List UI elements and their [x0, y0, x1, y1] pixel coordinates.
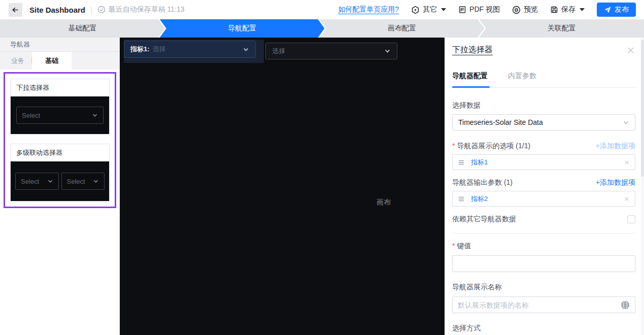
canvas-dropdown-secondary[interactable]: 选择 [265, 43, 397, 59]
depend-label: 依赖其它导航器数据 [452, 215, 516, 224]
navigator-sidebar: 导航器 业务 基础 下拉选择器 Select 多级联动选择器 [0, 38, 120, 335]
dashboard-canvas[interactable]: 指标1: 选择 选择 画布 [120, 38, 445, 335]
topbar-divider: | [90, 6, 92, 14]
widget-cascade-selector[interactable]: 多级联动选择器 Select Select [10, 144, 110, 202]
panel-tabs: 导航器配置 内置参数 [452, 72, 635, 81]
preview-label: 预览 [524, 5, 538, 14]
depend-checkbox[interactable] [627, 215, 635, 223]
step-bar: 基础配置 导航配置 画布配置 关联配置 [0, 19, 644, 38]
widget-preview: Select Select [11, 161, 109, 201]
chevron-down-icon [47, 178, 53, 184]
dropdown-placeholder: 选择 [153, 45, 166, 54]
data-source-select[interactable]: Timeseries-Solar Site Data [452, 114, 635, 130]
step-association-config[interactable]: 关联配置 [479, 19, 644, 38]
widget-title: 多级联动选择器 [11, 144, 109, 161]
chevron-down-icon [92, 112, 98, 118]
select-placeholder: Select [67, 178, 85, 185]
chevron-down-icon [384, 48, 391, 54]
check-circle-icon [97, 6, 106, 14]
highlighted-widget-group: 下拉选择器 Select 多级联动选择器 Select [4, 72, 116, 208]
select-data-label: 选择数据 [452, 101, 635, 110]
chevron-down-icon [623, 119, 629, 126]
key-value-label: *键值 [452, 242, 635, 251]
page-title: Site Dashboard [29, 6, 85, 14]
select-placeholder: Select [21, 178, 39, 185]
display-name-field [452, 296, 635, 313]
step-basic-config[interactable]: 基础配置 [0, 19, 165, 38]
more-label: 其它 [423, 5, 437, 14]
chevron-down-icon [441, 8, 446, 11]
data-source-value: Timeseries-Solar Site Data [458, 118, 543, 126]
remove-item-icon[interactable] [624, 159, 630, 165]
paper-plane-icon [604, 6, 612, 14]
pdf-document-icon [458, 6, 466, 14]
close-icon[interactable] [626, 46, 635, 55]
chevron-down-icon [580, 8, 585, 11]
add-data-item-link[interactable]: +添加数据项 [596, 178, 635, 187]
navigator-config-panel: 下拉选择器 导航器配置 内置参数 选择数据 Timeseries-Solar S… [445, 38, 644, 335]
sidebar-header: 导航器 [0, 38, 120, 52]
drag-handle-icon[interactable] [458, 159, 465, 166]
widget-preview: Select [11, 96, 109, 134]
publish-label: 发布 [615, 5, 629, 14]
topbar: Site Dashboard | 最近自动保存草稿 11:13 如何配置单页应用… [0, 0, 644, 19]
preview-select: Select [61, 173, 105, 190]
autosave-status: 最近自动保存草稿 11:13 [97, 5, 185, 14]
tab-underline [452, 86, 635, 88]
select-placeholder: Select [22, 112, 40, 119]
display-name-label: 导航器展示名称 [452, 283, 635, 292]
save-menu[interactable]: 保存 [550, 5, 585, 14]
dropdown-prefix: 指标1: [130, 45, 150, 54]
tab-builtin-params[interactable]: 内置参数 [508, 72, 536, 81]
required-asterisk: * [452, 142, 455, 150]
scrollbar-track[interactable] [641, 38, 644, 335]
required-asterisk: * [452, 242, 455, 250]
select-mode-label: 选择方式 [452, 324, 635, 333]
add-data-item-link-disabled[interactable]: +添加数据项 [596, 142, 635, 151]
help-link[interactable]: 如何配置单页应用? [338, 5, 399, 14]
panel-title: 下拉选择器 [452, 45, 493, 55]
main-area: 导航器 业务 基础 下拉选择器 Select 多级联动选择器 [0, 38, 644, 335]
chevron-down-icon [93, 178, 99, 184]
canvas-label: 画布 [377, 198, 391, 207]
preview-eye-icon [512, 6, 521, 14]
chevron-down-icon [243, 46, 249, 53]
tab-navigator-config[interactable]: 导航器配置 [452, 72, 488, 81]
preview-select: Select [15, 173, 59, 190]
widget-title: 下拉选择器 [11, 79, 109, 96]
save-label: 保存 [561, 5, 575, 14]
output-params-label: 导航器输出参数 (1) [452, 178, 513, 187]
preview-button[interactable]: 预览 [512, 5, 538, 14]
active-tab-indicator [452, 86, 490, 88]
tab-basic[interactable]: 基础 [32, 52, 72, 70]
step-navigation-config[interactable]: 导航配置 [160, 19, 325, 38]
dropdown-placeholder: 选择 [272, 47, 285, 56]
drag-handle-icon[interactable] [458, 195, 465, 203]
arrow-left-icon [12, 6, 19, 14]
back-button[interactable] [9, 3, 22, 17]
sidebar-tabs: 业务 基础 [0, 52, 120, 70]
globe-language-icon[interactable] [621, 300, 630, 310]
sidebar-content: 下拉选择器 Select 多级联动选择器 Select [0, 70, 120, 335]
remove-item-icon[interactable] [624, 196, 630, 202]
step-canvas-config[interactable]: 画布配置 [320, 19, 485, 38]
scrollbar-thumb[interactable] [641, 40, 644, 177]
widget-dropdown-selector[interactable]: 下拉选择器 Select [10, 79, 110, 135]
display-options-label: *导航器展示的选项 (1/1) [452, 142, 530, 151]
pdf-view-button[interactable]: PDF 视图 [458, 5, 500, 14]
canvas-dropdown-metric1[interactable]: 指标1: 选择 [124, 41, 256, 58]
more-menu[interactable]: 其它 [411, 5, 446, 14]
publish-button[interactable]: 发布 [597, 3, 636, 17]
data-item-label: 指标1 [471, 158, 488, 167]
section-divider [452, 233, 635, 233]
hexagon-dot-icon [411, 6, 420, 14]
preview-select: Select [16, 107, 104, 124]
key-value-input[interactable] [452, 255, 635, 272]
tab-business[interactable]: 业务 [0, 52, 31, 70]
data-item-label: 指标2 [471, 194, 488, 204]
topbar-actions: 如何配置单页应用? 其它 PDF 视图 预览 保存 发布 [338, 3, 636, 17]
data-item-row[interactable]: 指标2 [452, 191, 635, 207]
data-item-row[interactable]: 指标1 [452, 154, 635, 170]
display-name-input[interactable] [458, 301, 621, 309]
pdf-view-label: PDF 视图 [469, 5, 500, 14]
